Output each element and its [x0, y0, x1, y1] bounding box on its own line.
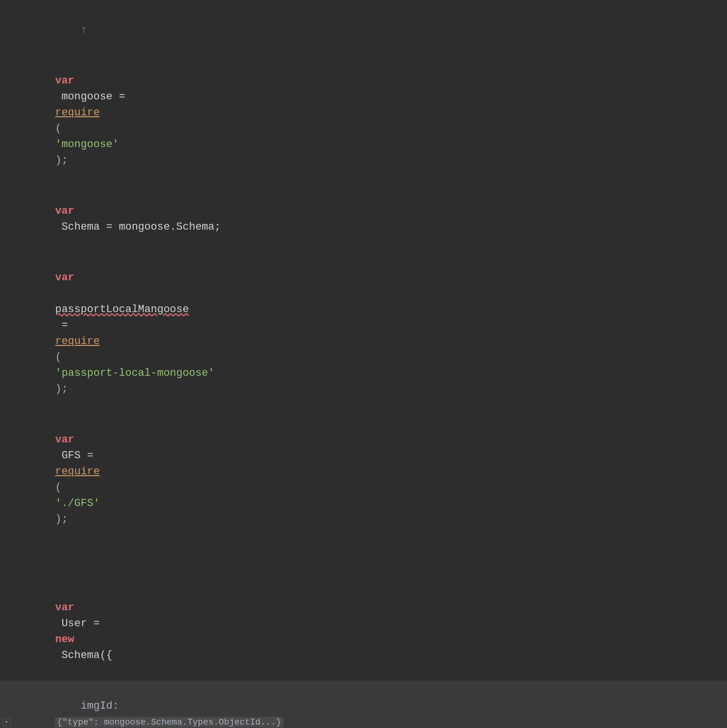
gutter-scroll — [0, 5, 14, 55]
token-semi: ); — [55, 513, 68, 525]
token-pplm: passportLocalMangoose — [55, 303, 189, 316]
token-require: require — [55, 466, 99, 478]
code-line-2: var Schema = mongoose.Schema; — [0, 186, 727, 252]
token-new: new — [55, 633, 74, 646]
gutter-e2 — [0, 563, 14, 582]
gutter-4 — [0, 414, 14, 545]
line-content-3: var passportLocalMangoose = require ( 'p… — [14, 252, 727, 414]
badge-imgid[interactable]: {"type": mongoose.Schema.Types.ObjectId.… — [55, 717, 283, 728]
code-editor: ↑ var mongoose = require ( 'mongoose' );… — [0, 0, 727, 728]
code-line-imgid: ▸ imgId: {"type": mongoose.Schema.Types.… — [0, 681, 727, 728]
token-str: 'passport-local-mongoose' — [55, 367, 214, 379]
line-empty-1 — [14, 545, 727, 563]
token-require: require — [55, 107, 99, 119]
gutter-schema-open — [0, 582, 14, 681]
token-id: GFS = — [55, 450, 99, 462]
code-line-empty-2 — [0, 563, 727, 582]
line-content-4: var GFS = require ( './GFS' ); — [14, 414, 727, 545]
code-line-3: var passportLocalMangoose = require ( 'p… — [0, 252, 727, 414]
gutter-imgid: ▸ — [0, 681, 14, 728]
token-imgid: imgId: — [55, 700, 125, 712]
token-var: var — [55, 205, 74, 217]
line-content-2: var Schema = mongoose.Schema; — [14, 186, 727, 252]
token-id: Schema = mongoose.Schema; — [55, 221, 221, 233]
token-str: 'mongoose' — [55, 138, 119, 151]
token-user: User = — [55, 618, 106, 630]
gutter-1 — [0, 55, 14, 186]
token-id: mongoose = — [55, 91, 131, 103]
token-paren: ( — [55, 481, 61, 494]
gutter-e1 — [0, 545, 14, 563]
code-line-1: var mongoose = require ( 'mongoose' ); — [0, 55, 727, 186]
line-content-schema-open: var User = new Schema({ — [14, 582, 727, 681]
code-line-schema-open: var User = new Schema({ — [0, 582, 727, 681]
token-semi: ); — [55, 154, 68, 166]
fold-icon-imgid[interactable]: ▸ — [3, 718, 11, 726]
token-var: var — [55, 434, 74, 446]
code-line-scroll: ↑ — [0, 5, 727, 55]
token-var: var — [55, 272, 74, 284]
token-eq: = — [55, 319, 74, 331]
line-content-1: var mongoose = require ( 'mongoose' ); — [14, 55, 727, 186]
token-paren-close: ); — [55, 383, 68, 395]
token-schema: Schema({ — [55, 649, 112, 661]
token-var: var — [55, 75, 74, 87]
token-paren-open: ( — [55, 351, 61, 363]
token-require: require — [55, 335, 99, 347]
gutter-2 — [0, 186, 14, 252]
line-empty-2 — [14, 563, 727, 582]
token-str: './GFS' — [55, 497, 99, 509]
scroll-arrow: ↑ — [55, 24, 87, 36]
token-paren: ( — [55, 123, 61, 135]
line-content-imgid: imgId: {"type": mongoose.Schema.Types.Ob… — [14, 681, 727, 728]
gutter-3 — [0, 252, 14, 414]
code-line-4: var GFS = require ( './GFS' ); — [0, 414, 727, 545]
token-space — [55, 288, 61, 300]
code-line-empty-1 — [0, 545, 727, 563]
line-content-scroll: ↑ — [14, 5, 727, 55]
token-var: var — [55, 602, 74, 614]
